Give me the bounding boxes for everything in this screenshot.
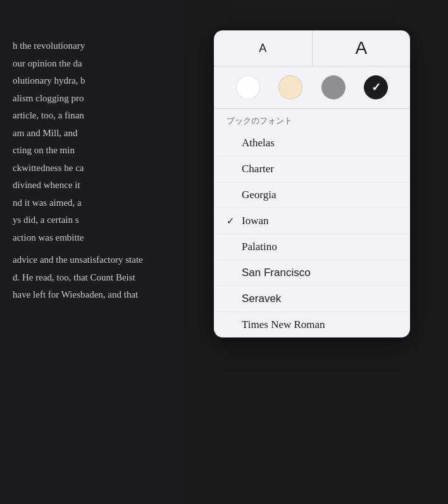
color-black-swatch[interactable]: ✓ <box>364 75 388 99</box>
font-size-decrease-button[interactable]: A <box>214 30 313 66</box>
text-line: ys did, a certain s <box>13 212 171 229</box>
text-line: divined whence it <box>13 177 171 194</box>
font-name-times: Times New Roman <box>242 318 325 331</box>
text-line: ckwittedness he ca <box>13 160 171 177</box>
font-check-iowan: ✓ <box>227 215 239 227</box>
text-line: our opinion the da <box>13 56 171 72</box>
text-line: advice and the unsatisfactory state <box>13 252 171 268</box>
font-item-times-new-roman[interactable]: Times New Roman <box>214 312 410 337</box>
font-settings-popover: A A ✓ ブックのフォント Athelas Charter Georgia <box>214 30 410 337</box>
font-size-increase-button[interactable]: A <box>313 30 411 66</box>
font-size-large-label: A <box>355 38 367 58</box>
font-name-iowan: Iowan <box>242 215 268 227</box>
selected-check-icon: ✓ <box>371 80 381 94</box>
text-line: d. He read, too, that Count Beist <box>13 270 171 286</box>
font-item-charter[interactable]: Charter <box>214 156 410 182</box>
text-line: have left for Wiesbaden, and that <box>13 287 171 303</box>
reading-area: h the revolutionary our opinion the da o… <box>0 0 184 504</box>
font-item-palatino[interactable]: Palatino <box>214 234 410 260</box>
font-size-row: A A <box>214 30 410 66</box>
color-sepia-swatch[interactable] <box>278 75 302 99</box>
text-line: olutionary hydra, b <box>13 73 171 89</box>
font-list: Athelas Charter Georgia ✓ Iowan Palatino… <box>214 130 410 337</box>
text-line: action was embitte <box>13 230 171 246</box>
font-item-georgia[interactable]: Georgia <box>214 182 410 208</box>
font-name-charter: Charter <box>242 163 274 175</box>
color-gray-swatch[interactable] <box>321 75 345 99</box>
font-item-seravek[interactable]: Seravek <box>214 286 410 312</box>
font-item-athelas[interactable]: Athelas <box>214 130 410 156</box>
font-name-georgia: Georgia <box>242 189 276 201</box>
font-item-san-francisco[interactable]: San Francisco <box>214 260 410 286</box>
font-name-san-francisco: San Francisco <box>242 267 311 279</box>
text-line: nd it was aimed, a <box>13 195 171 211</box>
font-item-iowan[interactable]: ✓ Iowan <box>214 208 410 234</box>
font-section-label: ブックのフォント <box>214 109 410 130</box>
text-line: alism clogging pro <box>13 91 171 107</box>
font-name-palatino: Palatino <box>242 241 277 253</box>
color-row: ✓ <box>214 66 410 109</box>
font-name-seravek: Seravek <box>242 293 281 305</box>
text-line: article, too, a finan <box>13 108 171 124</box>
text-line: cting on the min <box>13 142 171 159</box>
font-name-athelas: Athelas <box>242 137 275 149</box>
font-size-small-label: A <box>259 42 266 55</box>
text-line: h the revolutionary <box>13 38 171 54</box>
color-white-swatch[interactable] <box>236 75 260 99</box>
text-line: am and Mill, and <box>13 125 171 142</box>
reading-text: h the revolutionary our opinion the da o… <box>13 38 171 303</box>
